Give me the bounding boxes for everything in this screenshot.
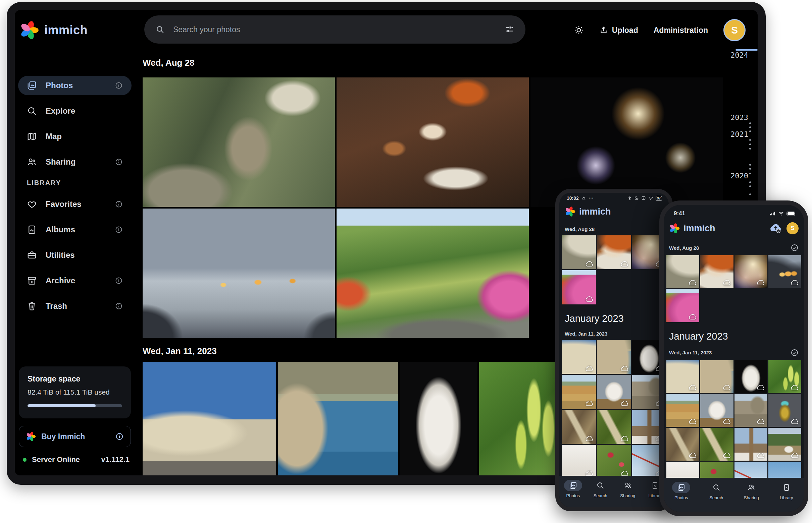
- sidebar-item-utilities[interactable]: Utilities: [18, 246, 132, 265]
- photo-thumbnail-lizard2[interactable]: [597, 410, 631, 444]
- cloud-icon: [585, 400, 594, 407]
- sidebar-item-map[interactable]: Map: [18, 127, 132, 146]
- photo-thumbnail-dinner[interactable]: [336, 77, 529, 207]
- info-icon[interactable]: [115, 276, 123, 285]
- android-photo-grid-aug: [559, 235, 669, 304]
- photo-thumbnail-lizard1[interactable]: [667, 428, 699, 461]
- cloud-icon: [585, 435, 594, 442]
- photo-thumbnail-white[interactable]: [562, 445, 596, 479]
- photo-thumbnail-zoo[interactable]: [562, 235, 596, 269]
- cloud-icon: [689, 418, 697, 425]
- photo-thumbnail-ornament[interactable]: [768, 394, 801, 427]
- info-icon[interactable]: [115, 82, 123, 90]
- iphone-status-bar: 9:41: [664, 205, 804, 217]
- photo-thumbnail-sculpture[interactable]: [597, 375, 631, 409]
- photo-thumbnail-beach[interactable]: [562, 375, 596, 409]
- data-saver-icon: [582, 196, 586, 200]
- photo-thumbnail-beach[interactable]: [667, 394, 699, 427]
- sidebar-item-trash[interactable]: Trash: [18, 296, 132, 316]
- status-time: 10:02: [567, 196, 579, 201]
- sidebar-item-favorites[interactable]: Favorites: [18, 195, 132, 214]
- photo-thumbnail-village[interactable]: [768, 428, 801, 461]
- info-icon[interactable]: [115, 226, 123, 234]
- backup-cloud-icon[interactable]: [769, 223, 782, 233]
- immich-brand[interactable]: immich: [19, 20, 88, 40]
- photo-thumbnail-tower[interactable]: [735, 428, 767, 461]
- date-label: Wed, Aug 28: [565, 226, 594, 232]
- iphone-photo-grid-aug: [664, 255, 804, 322]
- photo-thumbnail-autumn[interactable]: [562, 270, 596, 304]
- select-all-check-icon[interactable]: [791, 349, 799, 357]
- scrubber-dot: [749, 168, 751, 170]
- sidebar-item-albums[interactable]: Albums: [18, 220, 132, 239]
- search-input[interactable]: Search your photos: [144, 15, 525, 43]
- android-status-bar: 10:02 ··· 97: [559, 193, 669, 201]
- photo-thumbnail-berries[interactable]: [479, 362, 560, 475]
- theme-toggle-sun-icon[interactable]: [574, 25, 584, 35]
- nav-item-search[interactable]: Search: [591, 480, 609, 498]
- info-icon[interactable]: [115, 302, 123, 310]
- photo-thumbnail-lizard2[interactable]: [700, 428, 733, 461]
- nav-item-sharing[interactable]: Sharing: [742, 482, 760, 500]
- select-all-check-icon[interactable]: [791, 244, 799, 252]
- info-icon[interactable]: [115, 158, 123, 166]
- photo-thumbnail-fireworks[interactable]: [735, 255, 767, 288]
- photo-thumbnail-lizard1[interactable]: [562, 410, 596, 444]
- photo-thumbnail-fortress[interactable]: [143, 362, 276, 475]
- cloud-icon: [723, 279, 731, 286]
- cloud-icon: [620, 365, 629, 372]
- storage-progress-bar: [28, 404, 122, 407]
- nav-item-sharing[interactable]: Sharing: [619, 480, 637, 498]
- photo-thumbnail-coastal[interactable]: [597, 340, 631, 374]
- nav-item-library[interactable]: Library: [777, 482, 796, 500]
- photo-thumbnail-berries[interactable]: [768, 360, 801, 393]
- sidebar-item-explore[interactable]: Explore: [18, 101, 132, 121]
- photo-thumbnail-autumn[interactable]: [667, 289, 699, 322]
- nav-item-photos[interactable]: Photos: [564, 480, 582, 498]
- cloud-icon: [620, 260, 629, 267]
- photo-thumbnail-dinner[interactable]: [700, 255, 733, 288]
- cloud-icon: [689, 452, 697, 458]
- upload-button[interactable]: Upload: [599, 26, 638, 35]
- photo-thumbnail-fortress[interactable]: [562, 340, 596, 374]
- server-online-dot: [23, 458, 27, 462]
- photo-thumbnail-zoo[interactable]: [667, 255, 699, 288]
- buy-immich-button[interactable]: Buy Immich: [19, 426, 131, 447]
- administration-link[interactable]: Administration: [654, 26, 708, 35]
- iphone-screen: 9:41 immich S Wed, Aug 28: [664, 205, 804, 512]
- nav-item-search[interactable]: Search: [707, 482, 725, 500]
- cloud-icon: [620, 435, 629, 442]
- photo-thumbnail-fortress[interactable]: [667, 360, 699, 393]
- immich-logo-icon: [669, 223, 680, 234]
- photo-thumbnail-autumn[interactable]: [336, 209, 529, 338]
- user-avatar[interactable]: S: [787, 222, 799, 234]
- library-icon: [651, 482, 659, 489]
- photo-thumbnail-ruins[interactable]: [735, 394, 767, 427]
- photo-thumbnail-zoo[interactable]: [143, 77, 335, 207]
- album-icon: [27, 224, 37, 235]
- sidebar-item-photos[interactable]: Photos: [18, 76, 132, 95]
- sidebar-item-sharing[interactable]: Sharing: [18, 152, 132, 172]
- cloud-icon: [757, 418, 765, 425]
- photo-thumbnail-coastal[interactable]: [278, 362, 398, 475]
- search-filters-icon[interactable]: [505, 25, 514, 34]
- sidebar-item-archive[interactable]: Archive: [18, 271, 132, 290]
- photo-thumbnail-bust[interactable]: [400, 362, 478, 475]
- nav-item-photos[interactable]: Photos: [672, 482, 690, 500]
- info-icon[interactable]: [115, 200, 123, 208]
- explore-search-icon: [27, 106, 37, 116]
- info-icon[interactable]: [115, 432, 124, 441]
- sidebar-label: Albums: [46, 225, 75, 234]
- photo-thumbnail-sculpture[interactable]: [700, 394, 733, 427]
- photo-thumbnail-hands[interactable]: [768, 255, 801, 288]
- photo-thumbnail-fireworks[interactable]: [531, 77, 723, 207]
- photo-thumbnail-dinner[interactable]: [597, 235, 631, 269]
- photo-thumbnail-bust[interactable]: [735, 360, 767, 393]
- photo-thumbnail-hands[interactable]: [143, 209, 335, 338]
- sidebar-label: Sharing: [46, 157, 75, 167]
- trash-icon: [27, 301, 37, 311]
- timeline-scrubber[interactable]: 2024 2023 2021 2020: [724, 10, 758, 211]
- photo-thumbnail-flowers[interactable]: [597, 445, 631, 479]
- dnd-moon-icon: [634, 196, 639, 200]
- photo-thumbnail-coastal[interactable]: [700, 360, 733, 393]
